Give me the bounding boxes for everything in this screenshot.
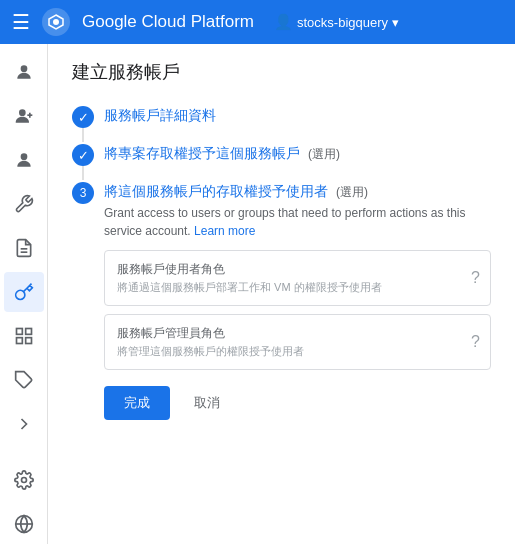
svg-rect-9 [16, 329, 22, 335]
field-1-hint: 將通過這個服務帳戶部署工作和 VM 的權限授予使用者 [117, 280, 478, 295]
svg-point-3 [19, 109, 26, 116]
svg-point-6 [20, 153, 27, 160]
project-icon: 👤 [274, 13, 293, 31]
content-area: 建立服務帳戶 ✓ 服務帳戶詳細資料 ✓ 將專案存取權授予這個服務帳戶 (選用) [48, 44, 515, 544]
sidebar-item-key[interactable] [4, 272, 44, 312]
project-selector[interactable]: 👤 stocks-bigquery ▾ [274, 13, 399, 31]
field-2-hint: 將管理這個服務帳戶的權限授予使用者 [117, 344, 478, 359]
svg-point-2 [20, 65, 27, 72]
connector-1 [72, 128, 491, 142]
cancel-button[interactable]: 取消 [182, 386, 232, 420]
step-3-content: Grant access to users or groups that nee… [104, 204, 491, 420]
sidebar-item-grid[interactable] [4, 316, 44, 356]
sidebar-item-chevron[interactable] [4, 404, 44, 444]
sidebar-item-person-add[interactable] [4, 96, 44, 136]
sidebar-item-account[interactable] [4, 52, 44, 92]
field-1-label: 服務帳戶使用者角色 [117, 261, 478, 278]
gcp-logo-icon [42, 8, 70, 36]
main-layout: 建立服務帳戶 ✓ 服務帳戶詳細資料 ✓ 將專案存取權授予這個服務帳戶 (選用) [0, 44, 515, 544]
project-name: stocks-bigquery [297, 15, 388, 30]
sidebar-item-globe[interactable] [4, 504, 44, 544]
step-2-row: ✓ 將專案存取權授予這個服務帳戶 (選用) [72, 142, 491, 166]
svg-rect-11 [16, 338, 22, 344]
sidebar-item-settings[interactable] [4, 460, 44, 500]
step-2-label: 將專案存取權授予這個服務帳戶 (選用) [104, 142, 491, 163]
svg-point-1 [53, 19, 59, 25]
step-3-number-icon: 3 [72, 182, 94, 204]
field-2-help-icon[interactable]: ? [471, 333, 480, 351]
done-button[interactable]: 完成 [104, 386, 170, 420]
dropdown-icon: ▾ [392, 15, 399, 30]
step-1-check-icon: ✓ [72, 106, 94, 128]
button-row: 完成 取消 [104, 386, 491, 420]
topbar: ☰ Google Cloud Platform 👤 stocks-bigquer… [0, 0, 515, 44]
step-3-label: 將這個服務帳戶的存取權授予使用者 (選用) [104, 180, 491, 201]
steps-container: ✓ 服務帳戶詳細資料 ✓ 將專案存取權授予這個服務帳戶 (選用) [72, 104, 491, 432]
sidebar-item-document[interactable] [4, 228, 44, 268]
svg-rect-10 [25, 329, 31, 335]
step-1-row: ✓ 服務帳戶詳細資料 [72, 104, 491, 128]
field-1-help-icon[interactable]: ? [471, 269, 480, 287]
step-3-row: 3 將這個服務帳戶的存取權授予使用者 (選用) [72, 180, 491, 204]
sidebar-item-tag[interactable] [4, 360, 44, 400]
step-2-check-icon: ✓ [72, 144, 94, 166]
service-account-admin-role-field[interactable]: 服務帳戶管理員角色 將管理這個服務帳戶的權限授予使用者 ? [104, 314, 491, 370]
svg-point-14 [21, 478, 26, 483]
page-title: 建立服務帳戶 [72, 60, 491, 84]
learn-more-link[interactable]: Learn more [194, 224, 255, 238]
sidebar-item-wrench[interactable] [4, 184, 44, 224]
topbar-title: Google Cloud Platform [82, 12, 254, 32]
connector-2 [72, 166, 491, 180]
service-account-user-role-field[interactable]: 服務帳戶使用者角色 將通過這個服務帳戶部署工作和 VM 的權限授予使用者 ? [104, 250, 491, 306]
step-1-label: 服務帳戶詳細資料 [104, 104, 491, 125]
menu-icon[interactable]: ☰ [12, 10, 30, 34]
sidebar-item-person[interactable] [4, 140, 44, 180]
sidebar [0, 44, 48, 544]
svg-rect-12 [25, 338, 31, 344]
step-3-description: Grant access to users or groups that nee… [104, 204, 491, 240]
field-2-label: 服務帳戶管理員角色 [117, 325, 478, 342]
